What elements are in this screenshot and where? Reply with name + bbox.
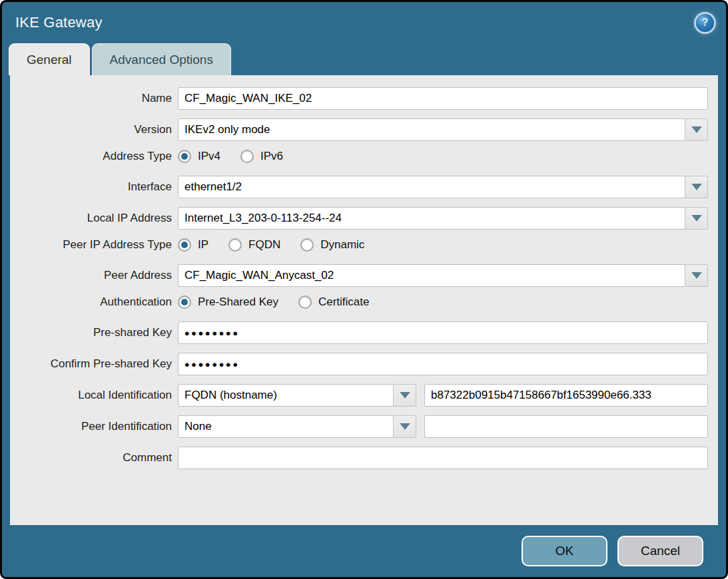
cancel-button[interactable]: Cancel: [617, 536, 703, 566]
interface-dropdown: [178, 176, 708, 198]
pre-shared-key-label: Pre-shared Key: [10, 326, 178, 339]
help-icon[interactable]: ?: [696, 14, 714, 32]
radio-certificate-label: Certificate: [318, 295, 370, 309]
confirm-pre-shared-key-label: Confirm Pre-shared Key: [10, 357, 178, 371]
peer-ip-address-type-label: Peer IP Address Type: [10, 238, 178, 252]
chevron-down-icon: [691, 126, 702, 133]
chevron-down-icon: [691, 272, 702, 279]
radio-certificate[interactable]: [298, 295, 312, 309]
name-row: Name: [10, 87, 708, 110]
peer-address-row: Peer Address: [10, 264, 708, 287]
confirm-pre-shared-key-row: Confirm Pre-shared Key: [10, 353, 708, 375]
local-identification-dropdown-button[interactable]: [393, 384, 416, 407]
radio-ipv6[interactable]: [240, 150, 254, 163]
title-bar: IKE Gateway ?: [2, 2, 726, 43]
address-type-option-ipv4: IPv4: [178, 150, 220, 163]
pre-shared-key-row: Pre-shared Key: [10, 321, 708, 344]
peer-address-dropdown: [178, 264, 708, 287]
peer-identification-value-input[interactable]: [424, 415, 708, 438]
peer-address-label: Peer Address: [10, 269, 178, 282]
peer-identification-type-input[interactable]: [178, 415, 394, 438]
peer-address-dropdown-button[interactable]: [685, 264, 708, 287]
local-identification-type-input[interactable]: [178, 384, 394, 407]
peer-identification-dropdown-button[interactable]: [393, 415, 416, 438]
address-type-label: Address Type: [10, 150, 178, 163]
comment-label: Comment: [10, 451, 178, 465]
radio-ipv4[interactable]: [178, 150, 191, 163]
radio-ipv6-label: IPv6: [260, 150, 283, 163]
dialog-footer: OK Cancel: [2, 525, 726, 577]
tab-general[interactable]: General: [9, 43, 90, 75]
ike-gateway-dialog: IKE Gateway ? General Advanced Options N…: [0, 0, 728, 579]
local-ip-address-dropdown-button[interactable]: [685, 207, 708, 230]
peer-ip-address-type-row: Peer IP Address Type IP FQDN Dynamic: [10, 238, 708, 252]
version-input[interactable]: [178, 118, 685, 141]
chevron-down-icon: [400, 392, 410, 399]
address-type-row: Address Type IPv4 IPv6: [10, 150, 708, 163]
interface-row: Interface: [10, 176, 708, 198]
chevron-down-icon: [691, 184, 702, 190]
chevron-down-icon: [691, 215, 702, 222]
peer-type-option-fqdn: FQDN: [228, 238, 280, 252]
general-form: Name Version Address Type IPv4: [10, 75, 718, 525]
version-dropdown: [178, 118, 708, 141]
radio-fqdn-label: FQDN: [248, 238, 280, 252]
peer-type-option-dynamic: Dynamic: [300, 238, 364, 252]
auth-option-certificate: Certificate: [298, 295, 370, 309]
local-identification-value-input[interactable]: [424, 384, 708, 407]
ok-button[interactable]: OK: [522, 536, 607, 566]
comment-input[interactable]: [178, 447, 708, 469]
peer-address-input[interactable]: [178, 264, 685, 287]
radio-ip[interactable]: [178, 238, 191, 252]
interface-label: Interface: [10, 180, 178, 194]
auth-option-pre-shared-key: Pre-Shared Key: [178, 295, 278, 309]
pre-shared-key-input[interactable]: [178, 321, 708, 344]
local-ip-address-label: Local IP Address: [10, 212, 178, 225]
name-label: Name: [10, 92, 178, 105]
radio-ip-label: IP: [198, 238, 208, 252]
version-dropdown-button[interactable]: [685, 118, 708, 141]
chevron-down-icon: [400, 423, 410, 430]
local-identification-type-dropdown: [178, 384, 416, 407]
tab-advanced-options[interactable]: Advanced Options: [92, 43, 231, 75]
address-type-option-ipv6: IPv6: [240, 150, 283, 163]
version-row: Version: [10, 118, 708, 141]
comment-row: Comment: [10, 447, 708, 469]
peer-identification-row: Peer Identification: [10, 415, 708, 438]
local-identification-row: Local Identification: [10, 384, 708, 407]
peer-type-option-ip: IP: [178, 238, 208, 252]
radio-dynamic-label: Dynamic: [320, 238, 364, 252]
dialog-title: IKE Gateway: [15, 14, 103, 31]
radio-pre-shared-key-label: Pre-Shared Key: [198, 295, 278, 309]
local-identification-label: Local Identification: [10, 389, 178, 402]
interface-input[interactable]: [178, 176, 685, 198]
authentication-row: Authentication Pre-Shared Key Certificat…: [10, 295, 708, 309]
interface-dropdown-button[interactable]: [685, 176, 708, 198]
version-label: Version: [10, 123, 178, 136]
confirm-pre-shared-key-input[interactable]: [178, 353, 708, 375]
peer-identification-type-dropdown: [178, 415, 416, 438]
local-ip-address-dropdown: [178, 207, 708, 230]
local-ip-address-row: Local IP Address: [10, 207, 708, 230]
tab-bar: General Advanced Options: [2, 43, 726, 75]
peer-identification-label: Peer Identification: [10, 420, 178, 433]
radio-dynamic[interactable]: [300, 238, 314, 252]
radio-pre-shared-key[interactable]: [178, 295, 191, 309]
authentication-label: Authentication: [10, 295, 178, 309]
radio-fqdn[interactable]: [228, 238, 242, 252]
local-ip-address-input[interactable]: [178, 207, 685, 230]
name-input[interactable]: [178, 87, 708, 110]
radio-ipv4-label: IPv4: [198, 150, 220, 163]
